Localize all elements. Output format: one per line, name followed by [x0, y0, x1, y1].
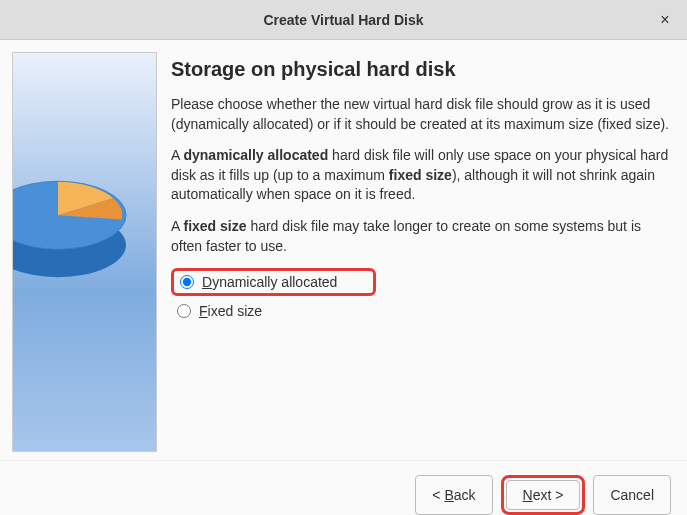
content-area: Storage on physical hard disk Please cho… — [0, 40, 687, 460]
radio-dynamically-allocated[interactable]: Dynamically allocated — [171, 268, 376, 296]
page-heading: Storage on physical hard disk — [171, 58, 675, 81]
footer-buttons: < Back Next > Cancel — [0, 460, 687, 515]
intro-paragraph: Please choose whether the new virtual ha… — [171, 95, 675, 134]
next-button-highlight: Next > — [501, 475, 586, 515]
wizard-banner-image — [12, 52, 157, 452]
radio-fixed-input[interactable] — [177, 304, 191, 318]
radio-fixed-size[interactable]: Fixed size — [171, 300, 675, 322]
dynamic-paragraph: A dynamically allocated hard disk file w… — [171, 146, 675, 205]
back-button[interactable]: < Back — [415, 475, 492, 515]
radio-dynamic-label: Dynamically allocated — [202, 274, 337, 290]
radio-dynamic-input[interactable] — [180, 275, 194, 289]
main-panel: Storage on physical hard disk Please cho… — [171, 52, 675, 460]
next-button[interactable]: Next > — [506, 480, 581, 510]
cancel-button[interactable]: Cancel — [593, 475, 671, 515]
pie-chart-icon — [12, 143, 143, 313]
fixed-paragraph: A fixed size hard disk file may take lon… — [171, 217, 675, 256]
close-button[interactable]: × — [653, 8, 677, 32]
titlebar: Create Virtual Hard Disk × — [0, 0, 687, 40]
radio-fixed-label: Fixed size — [199, 303, 262, 319]
window-title: Create Virtual Hard Disk — [263, 12, 423, 28]
